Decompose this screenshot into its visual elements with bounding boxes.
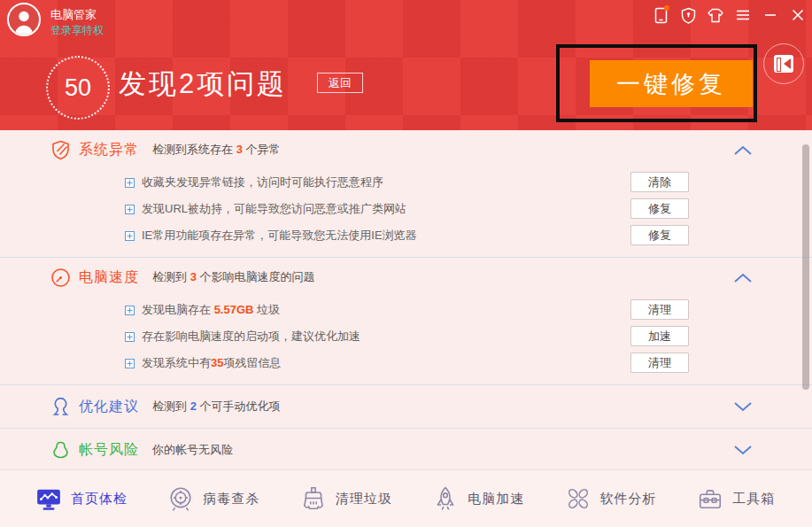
- notification-dot: [664, 5, 669, 11]
- scan-result-headline: 发现2项问题: [119, 66, 287, 103]
- shield-hatched-icon: [50, 140, 71, 160]
- speedup-button[interactable]: 加速: [630, 326, 689, 346]
- close-icon[interactable]: [789, 6, 807, 24]
- health-score-value: 50: [65, 74, 91, 102]
- window-controls: [652, 5, 807, 25]
- broom-icon: [300, 485, 327, 512]
- qq-penguin-icon: [50, 440, 71, 461]
- person-silhouette-icon: [9, 8, 39, 35]
- desc-text: 检测到: [152, 399, 190, 413]
- nav-label: 清理垃圾: [336, 491, 392, 508]
- section-title: 系统异常: [79, 141, 139, 159]
- monitor-chart-icon: [35, 485, 62, 512]
- expand-plus-icon[interactable]: [125, 178, 135, 188]
- section-title: 帐号风险: [79, 441, 139, 460]
- chevron-down-icon[interactable]: [733, 445, 753, 456]
- desc-text: 检测到: [152, 270, 190, 283]
- chevron-down-icon[interactable]: [733, 401, 753, 413]
- clean-button[interactable]: 清理: [630, 299, 689, 320]
- mobile-icon[interactable]: [652, 6, 669, 24]
- issue-text: 发现URL被劫持，可能导致您访问恶意或推广类网站: [142, 201, 406, 217]
- section-system-items: 收藏夹发现异常链接，访问时可能执行恶意程序 清除 发现URL被劫持，可能导致您访…: [0, 169, 812, 257]
- issue-row: 存在影响电脑速度的启动项，建议优化加速 加速: [0, 323, 812, 350]
- login-link[interactable]: 登录享特权: [50, 23, 104, 38]
- issue-text: IE常用功能项存在异常，可能导致您无法使用IE浏览器: [142, 228, 417, 244]
- nav-virus-scan[interactable]: 病毒查杀: [167, 485, 259, 512]
- issue-text: 发现系统中有35项残留信息: [142, 355, 281, 371]
- desc-text: 个可手动优化项: [197, 399, 281, 413]
- collapse-panel-button[interactable]: [763, 43, 804, 84]
- desc-count: 3: [190, 270, 197, 283]
- issues-list: 系统异常 检测到系统存在 3 个异常 收藏夹发现异常链接，访问时可能执行恶意程序…: [0, 130, 812, 471]
- expand-plus-icon[interactable]: [125, 231, 135, 241]
- section-pc-speed[interactable]: 电脑速度 检测到 3 个影响电脑速度的问题: [0, 258, 812, 297]
- section-desc: 检测到 2 个可手动优化项: [152, 399, 280, 415]
- health-score: 50: [46, 56, 110, 120]
- nav-label: 电脑加速: [468, 491, 524, 508]
- nav-label: 首页体检: [71, 491, 128, 508]
- panel-collapse-icon: [774, 55, 793, 73]
- issue-row: IE常用功能项存在异常，可能导致您无法使用IE浏览器 修复: [0, 222, 812, 249]
- repair-button[interactable]: 修复: [630, 225, 689, 245]
- avatar[interactable]: [7, 3, 41, 36]
- issue-row: 发现URL被劫持，可能导致您访问恶意或推广类网站 修复: [0, 196, 812, 222]
- desc-count: 2: [190, 399, 197, 413]
- toolbox-icon: [697, 485, 723, 512]
- nav-label: 软件分析: [600, 491, 657, 508]
- minimize-icon[interactable]: [762, 6, 779, 24]
- nav-label: 工具箱: [732, 491, 775, 508]
- issue-text: 收藏夹发现异常链接，访问时可能执行恶意程序: [142, 174, 383, 190]
- virus-target-icon: [167, 485, 194, 512]
- expand-plus-icon[interactable]: [125, 205, 135, 214]
- back-button[interactable]: 返回: [317, 73, 363, 93]
- desc-count: 3: [236, 143, 243, 156]
- section-account-risk[interactable]: 帐号风险 你的帐号无风险: [0, 429, 812, 471]
- rocket-icon: [432, 485, 459, 512]
- clean-button[interactable]: 清除: [630, 172, 689, 192]
- nav-label: 病毒查杀: [203, 491, 259, 508]
- clover-icon: [565, 485, 592, 512]
- chevron-up-icon[interactable]: [733, 272, 753, 283]
- section-title: 优化建议: [79, 398, 139, 416]
- issue-text: 发现电脑存在 5.57GB 垃圾: [142, 302, 280, 318]
- section-desc: 检测到 3 个影响电脑速度的问题: [152, 269, 314, 285]
- issue-row: 发现电脑存在 5.57GB 垃圾 清理: [0, 297, 812, 323]
- expand-plus-icon[interactable]: [125, 359, 135, 368]
- menu-icon[interactable]: [734, 6, 752, 24]
- nav-home-checkup[interactable]: 首页体检: [35, 485, 128, 512]
- shirt-skin-icon[interactable]: [707, 6, 724, 24]
- nav-clean-junk[interactable]: 清理垃圾: [300, 485, 392, 512]
- person-outline-icon: [50, 397, 71, 417]
- section-desc: 检测到系统存在 3 个异常: [152, 142, 280, 158]
- bottom-navigation: 首页体检 病毒查杀 清理: [0, 469, 812, 527]
- expand-plus-icon[interactable]: [125, 332, 135, 342]
- section-speed-items: 发现电脑存在 5.57GB 垃圾 清理 存在影响电脑速度的启动项，建议优化加速 …: [0, 297, 812, 384]
- desc-text: 个影响电脑速度的问题: [197, 270, 315, 283]
- speed-gauge-icon: [50, 267, 71, 288]
- issue-row: 收藏夹发现异常链接，访问时可能执行恶意程序 清除: [0, 169, 812, 196]
- pc-manager-window: 电脑管家 登录享特权: [0, 0, 812, 527]
- header: 电脑管家 登录享特权: [0, 0, 812, 130]
- issue-text: 存在影响电脑速度的启动项，建议优化加速: [142, 329, 360, 345]
- shield-icon[interactable]: [679, 6, 697, 24]
- section-desc: 你的帐号无风险: [152, 442, 233, 458]
- nav-pc-speedup[interactable]: 电脑加速: [432, 485, 524, 512]
- one-click-fix-button[interactable]: 一键修复: [590, 60, 753, 107]
- app-title: 电脑管家: [50, 7, 97, 23]
- section-system-anomaly[interactable]: 系统异常 检测到系统存在 3 个异常: [0, 130, 812, 169]
- nav-toolbox[interactable]: 工具箱: [697, 485, 775, 512]
- section-optimize-suggestions[interactable]: 优化建议 检测到 2 个可手动优化项: [0, 385, 812, 428]
- issue-row: 发现系统中有35项残留信息 清理: [0, 350, 812, 376]
- clean-button[interactable]: 清理: [630, 353, 689, 373]
- chevron-up-icon[interactable]: [733, 144, 753, 156]
- scrollbar-thumb[interactable]: [802, 144, 809, 390]
- desc-text: 你的帐号无风险: [152, 443, 233, 456]
- desc-text: 检测到系统存在: [152, 143, 236, 156]
- nav-software-analysis[interactable]: 软件分析: [565, 485, 657, 512]
- desc-text: 个异常: [243, 143, 281, 156]
- section-title: 电脑速度: [79, 268, 139, 287]
- expand-plus-icon[interactable]: [125, 306, 135, 315]
- repair-button[interactable]: 修复: [630, 198, 689, 219]
